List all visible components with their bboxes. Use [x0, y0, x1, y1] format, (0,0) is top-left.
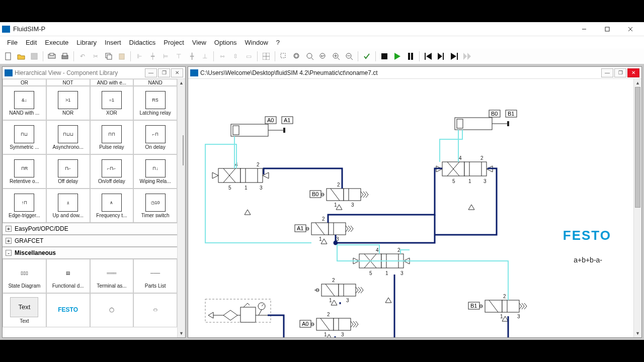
library-item[interactable]: OR	[3, 79, 46, 86]
library-item[interactable]: ◷10Timer switch	[133, 189, 177, 223]
dist-vert-icon[interactable]: ⇳	[229, 50, 242, 62]
dist-horiz-icon[interactable]: ⇿	[216, 50, 228, 62]
library-item[interactable]: ▤Functional d...	[46, 259, 90, 293]
new-icon[interactable]	[2, 50, 14, 62]
cut-icon[interactable]: ✂	[90, 50, 102, 62]
library-panel-header[interactable]: Hierarchical View - Component Library — …	[3, 67, 185, 79]
zoom-100-icon[interactable]	[304, 50, 316, 62]
library-item[interactable]: ±Up and dow...	[46, 189, 90, 223]
menu-edit[interactable]: Edit	[22, 38, 41, 47]
canvas-scrollbar[interactable]: ▲▼	[633, 79, 641, 337]
align-middle-icon[interactable]: ╋	[186, 50, 198, 62]
group-easyport[interactable]: +EasyPort/OPC/DDE	[3, 223, 177, 235]
align-center-icon[interactable]: ┿	[146, 50, 158, 62]
panel-restore-button[interactable]: ❐	[614, 68, 626, 77]
library-item[interactable]: ═══Terminal as...	[90, 259, 134, 293]
zoom-prev-icon[interactable]: ↩	[317, 50, 329, 62]
library-item[interactable]: ⌐⊓On delay	[133, 120, 177, 154]
group-grafcet[interactable]: +GRAFCET	[3, 235, 177, 247]
menu-options[interactable]: Options	[210, 38, 241, 47]
library-item[interactable]: NAND	[133, 79, 177, 86]
align-top-icon[interactable]: ⊤	[173, 50, 185, 62]
close-button[interactable]	[619, 22, 642, 36]
library-item[interactable]: ⊓⊔Symmetric ...	[3, 120, 46, 154]
valve-B0[interactable]	[319, 189, 368, 201]
library-scrollbar[interactable]: ▲▼	[177, 79, 185, 337]
panel-close-button[interactable]: ✕	[171, 68, 183, 77]
play-icon[interactable]	[391, 50, 404, 62]
library-item[interactable]: ⌐⊓⌐On/off delay	[90, 154, 134, 189]
align-right-icon[interactable]: ⊨	[159, 50, 172, 62]
menu-view[interactable]: View	[188, 38, 210, 47]
group-misc[interactable]: -Miscellaneous	[3, 247, 177, 259]
save-icon[interactable]	[28, 50, 40, 62]
zoom-out-icon[interactable]	[343, 50, 355, 62]
minimize-button[interactable]	[573, 22, 596, 36]
maximize-button[interactable]	[596, 22, 619, 36]
circuit-canvas[interactable]: A0 A1 B0 B1 42 513 42 513	[188, 79, 641, 337]
zoom-region-icon[interactable]	[278, 50, 290, 62]
library-item[interactable]: TextText	[3, 293, 46, 327]
paste-icon[interactable]	[116, 50, 128, 62]
undo-icon[interactable]: ↶	[76, 50, 89, 62]
panel-restore-button[interactable]: ❐	[158, 68, 170, 77]
skip-start-icon[interactable]	[422, 50, 434, 62]
menu-execute[interactable]: Execute	[41, 38, 72, 47]
valve-A0[interactable]	[309, 318, 358, 330]
library-item[interactable]: ∧Frequency t...	[90, 189, 134, 223]
library-item[interactable]: ↑⊓Edge-trigger...	[3, 189, 46, 223]
zoom-fit-icon[interactable]	[291, 50, 303, 62]
zoom-in-icon[interactable]	[330, 50, 342, 62]
panel-minimize-button[interactable]: —	[145, 68, 157, 77]
valve-upper-right[interactable]	[314, 284, 363, 296]
air-supply[interactable]	[205, 299, 271, 322]
menu-didactics[interactable]: Didactics	[125, 38, 160, 47]
library-item[interactable]: ⊓↓Wiping Rela...	[133, 154, 177, 189]
library-item[interactable]: RSLatching relay	[133, 86, 177, 120]
menu-file[interactable]: File	[3, 38, 22, 47]
canvas-panel-header[interactable]: C:\Users\Welcome\Desktop\fluidSIM 4.2\Pn…	[188, 67, 641, 79]
library-item[interactable]: ⊓RRetentive o...	[3, 154, 46, 189]
library-item[interactable]: ⬭	[133, 293, 177, 327]
fast-fwd-icon[interactable]	[461, 50, 473, 62]
stop-icon[interactable]	[378, 50, 390, 62]
valve-B1[interactable]	[478, 300, 527, 312]
valve-A[interactable]	[212, 168, 269, 183]
grid-icon[interactable]	[260, 50, 272, 62]
skip-end-icon[interactable]	[448, 50, 460, 62]
step-icon[interactable]	[435, 50, 447, 62]
menu-project[interactable]: Project	[159, 38, 188, 47]
library-item[interactable]: ⊓⌐Off delay	[46, 154, 90, 189]
panel-minimize-button[interactable]: —	[601, 68, 613, 77]
copy-icon[interactable]	[103, 50, 115, 62]
library-item[interactable]: &↓NAND with ...	[3, 86, 46, 120]
print-icon[interactable]	[59, 50, 71, 62]
menu-insert[interactable]: Insert	[101, 38, 125, 47]
library-item[interactable]: NOT	[46, 79, 90, 86]
svg-text:B0: B0	[312, 191, 318, 197]
library-item[interactable]: AND with e...	[90, 79, 134, 86]
cylinder-A[interactable]	[231, 124, 285, 136]
cylinder-B[interactable]	[455, 118, 509, 130]
pause-icon[interactable]	[405, 50, 417, 62]
panel-close-button[interactable]: ✕	[627, 68, 639, 77]
valve-A1[interactable]	[304, 223, 353, 235]
valve-B[interactable]	[436, 162, 493, 176]
library-item[interactable]: =1XOR	[90, 86, 134, 120]
library-item[interactable]: >1NOR	[46, 86, 90, 120]
library-item[interactable]: FESTO	[46, 293, 90, 327]
align-left-icon[interactable]: ⊩	[133, 50, 145, 62]
print-preview-icon[interactable]	[46, 50, 58, 62]
library-item[interactable]: ⊓⊔⊔Asynchrono...	[46, 120, 90, 154]
library-item[interactable]: ◯	[90, 293, 134, 327]
menu-window[interactable]: Window	[241, 38, 272, 47]
group-icon[interactable]: ▭	[243, 50, 255, 62]
check-icon[interactable]	[361, 50, 373, 62]
library-item[interactable]: ⊓⊓Pulse relay	[90, 120, 134, 154]
library-item[interactable]: ▯▯▯State Diagram	[3, 259, 46, 293]
menu-library[interactable]: Library	[72, 38, 101, 47]
align-bottom-icon[interactable]: ⊥	[199, 50, 211, 62]
open-icon[interactable]	[15, 50, 27, 62]
library-item[interactable]: ───Parts List	[133, 259, 177, 293]
menu-help[interactable]: ?	[272, 38, 284, 47]
